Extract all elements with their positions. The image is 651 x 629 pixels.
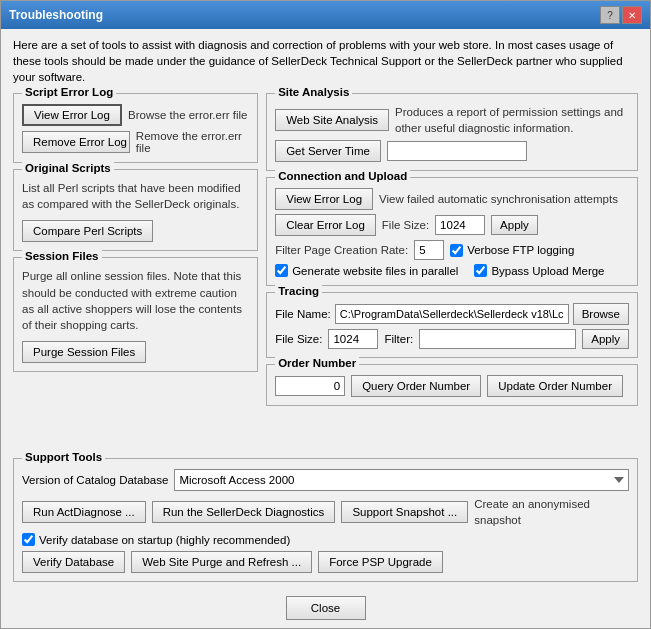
run-sellerdeck-diagnostics-button[interactable]: Run the SellerDeck Diagnostics <box>152 501 336 523</box>
title-bar-buttons: ? ✕ <box>600 6 642 24</box>
order-number-group: Order Number Query Order Number Update O… <box>266 364 638 406</box>
filter-input[interactable] <box>419 329 576 349</box>
original-scripts-description: List all Perl scripts that have been mod… <box>22 180 249 212</box>
file-size-input[interactable] <box>435 215 485 235</box>
support-tools-group: Support Tools Version of Catalog Databas… <box>13 458 638 582</box>
remove-error-log-button[interactable]: Remove Error Log <box>22 131 130 153</box>
footer: Close <box>1 590 650 628</box>
left-column: Script Error Log View Error Log Browse t… <box>13 93 258 452</box>
bypass-label: Bypass Upload Merge <box>491 265 604 277</box>
site-analysis-content: Web Site Analysis Produces a report of p… <box>275 104 629 162</box>
update-order-button[interactable]: Update Order Number <box>487 375 623 397</box>
verify-database-button[interactable]: Verify Database <box>22 551 125 573</box>
purge-psp-row: Verify Database Web Site Purge and Refre… <box>22 551 629 573</box>
view-error-row: View Error Log Browse the error.err file <box>22 104 249 126</box>
generate-row: Generate website files in parallel Bypas… <box>275 264 629 277</box>
support-tools-label: Support Tools <box>22 451 105 463</box>
filter-page-input[interactable] <box>414 240 444 260</box>
original-scripts-group: Original Scripts List all Perl scripts t… <box>13 169 258 251</box>
tracing-label: Tracing <box>275 285 322 297</box>
connection-upload-content: View Error Log View failed automatic syn… <box>275 188 629 277</box>
catalog-version-select[interactable]: Microsoft Access 2000 <box>174 469 629 491</box>
connection-upload-label: Connection and Upload <box>275 170 410 182</box>
file-name-input[interactable] <box>335 304 569 324</box>
tracing-apply-button[interactable]: Apply <box>582 329 629 349</box>
title-bar: Troubleshooting ? ✕ <box>1 1 650 29</box>
force-psp-upgrade-button[interactable]: Force PSP Upgrade <box>318 551 443 573</box>
site-analysis-row: Web Site Analysis Produces a report of p… <box>275 104 629 136</box>
order-number-label: Order Number <box>275 357 359 369</box>
window-title: Troubleshooting <box>9 8 103 22</box>
file-name-row: File Name: Browse <box>275 303 629 325</box>
web-site-purge-button[interactable]: Web Site Purge and Refresh ... <box>131 551 312 573</box>
connection-upload-group: Connection and Upload View Error Log Vie… <box>266 177 638 286</box>
generate-checkbox[interactable] <box>275 264 288 277</box>
support-tools-content: Version of Catalog Database Microsoft Ac… <box>22 469 629 573</box>
session-files-group: Session Files Purge all online session f… <box>13 257 258 371</box>
verify-checkbox-row[interactable]: Verify database on startup (highly recom… <box>22 533 290 546</box>
cu-clear-row: Clear Error Log File Size: Apply <box>275 214 629 236</box>
bypass-checkbox-row[interactable]: Bypass Upload Merge <box>474 264 604 277</box>
site-analysis-group: Site Analysis Web Site Analysis Produces… <box>266 93 638 171</box>
cu-view-error-log-button[interactable]: View Error Log <box>275 188 373 210</box>
verify-label: Verify database on startup (highly recom… <box>39 534 290 546</box>
original-scripts-content: List all Perl scripts that have been mod… <box>22 180 249 242</box>
filter-rate-row: Filter Page Creation Rate: Verbose FTP l… <box>275 240 629 260</box>
main-window: Troubleshooting ? ✕ Here are a set of to… <box>0 0 651 629</box>
intro-text: Here are a set of tools to assist with d… <box>13 37 638 85</box>
tracing-content: File Name: Browse File Size: Filter: App… <box>275 303 629 349</box>
close-title-button[interactable]: ✕ <box>622 6 642 24</box>
tracing-size-label: File Size: <box>275 333 322 345</box>
order-number-input[interactable] <box>275 376 345 396</box>
tracing-size-input[interactable] <box>328 329 378 349</box>
session-files-content: Purge all online session files. Note tha… <box>22 268 249 362</box>
generate-label: Generate website files in parallel <box>292 265 458 277</box>
tracing-size-row: File Size: Filter: Apply <box>275 329 629 349</box>
remove-error-row: Remove Error Log Remove the error.err fi… <box>22 130 249 154</box>
help-button[interactable]: ? <box>600 6 620 24</box>
order-number-row: Query Order Number Update Order Number <box>275 375 629 397</box>
script-error-log-label: Script Error Log <box>22 86 116 98</box>
original-scripts-label: Original Scripts <box>22 162 114 174</box>
filter-label: Filter: <box>384 333 413 345</box>
verbose-ftp-label: Verbose FTP logging <box>467 244 574 256</box>
order-number-content: Query Order Number Update Order Number <box>275 375 629 397</box>
site-analysis-description: Produces a report of permission settings… <box>395 104 629 136</box>
file-size-apply-button[interactable]: Apply <box>491 215 538 235</box>
view-error-log-button[interactable]: View Error Log <box>22 104 122 126</box>
query-order-button[interactable]: Query Order Number <box>351 375 481 397</box>
content-area: Here are a set of tools to assist with d… <box>1 29 650 590</box>
file-size-label: File Size: <box>382 217 429 233</box>
catalog-row: Version of Catalog Database Microsoft Ac… <box>22 469 629 491</box>
get-server-time-button[interactable]: Get Server Time <box>275 140 381 162</box>
catalog-version-label: Version of Catalog Database <box>22 474 168 486</box>
script-error-log-content: View Error Log Browse the error.err file… <box>22 104 249 154</box>
purge-session-button[interactable]: Purge Session Files <box>22 341 146 363</box>
site-analysis-label: Site Analysis <box>275 86 352 98</box>
bypass-checkbox[interactable] <box>474 264 487 277</box>
session-files-label: Session Files <box>22 250 102 262</box>
script-error-log-group: Script Error Log View Error Log Browse t… <box>13 93 258 163</box>
cu-view-row: View Error Log View failed automatic syn… <box>275 188 629 210</box>
verify-checkbox[interactable] <box>22 533 35 546</box>
support-snapshot-button[interactable]: Support Snapshot ... <box>341 501 468 523</box>
snapshot-label: Create an anonymised snapshot <box>474 496 629 528</box>
filter-page-label: Filter Page Creation Rate: <box>275 242 408 258</box>
diagnostics-row: Run ActDiagnose ... Run the SellerDeck D… <box>22 496 629 528</box>
session-files-description: Purge all online session files. Note tha… <box>22 268 249 332</box>
server-time-row: Get Server Time <box>275 140 629 162</box>
web-site-analysis-button[interactable]: Web Site Analysis <box>275 109 389 131</box>
verbose-ftp-checkbox-row[interactable]: Verbose FTP logging <box>450 244 574 257</box>
verbose-ftp-checkbox[interactable] <box>450 244 463 257</box>
browse-label: Browse the error.err file <box>128 109 248 121</box>
close-button[interactable]: Close <box>286 596 366 620</box>
tracing-group: Tracing File Name: Browse File Size: Fil… <box>266 292 638 358</box>
generate-checkbox-row[interactable]: Generate website files in parallel <box>275 264 458 277</box>
verify-row: Verify database on startup (highly recom… <box>22 533 629 546</box>
browse-button[interactable]: Browse <box>573 303 629 325</box>
compare-perl-button[interactable]: Compare Perl Scripts <box>22 220 153 242</box>
run-act-diagnose-button[interactable]: Run ActDiagnose ... <box>22 501 146 523</box>
clear-error-log-button[interactable]: Clear Error Log <box>275 214 376 236</box>
remove-label: Remove the error.err file <box>136 130 249 154</box>
server-time-input[interactable] <box>387 141 527 161</box>
